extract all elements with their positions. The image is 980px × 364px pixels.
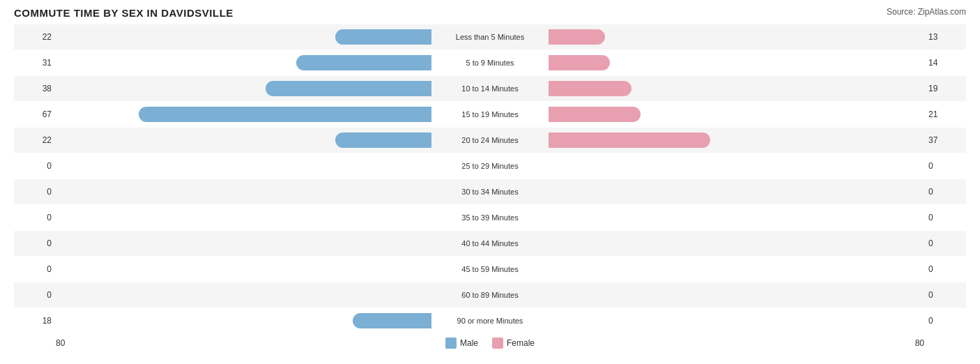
table-row: 3810 to 14 Minutes19: [14, 76, 966, 101]
female-value: 0: [924, 213, 966, 222]
male-bar-wrap: [56, 28, 434, 46]
table-row: 045 to 59 Minutes0: [14, 257, 966, 282]
legend-female: Female: [492, 338, 535, 349]
table-row: 030 to 34 Minutes0: [14, 179, 966, 204]
bar-label: 10 to 14 Minutes: [434, 84, 546, 93]
female-bar-wrap: [546, 312, 924, 330]
male-legend-box: [445, 338, 457, 349]
female-value: 0: [924, 264, 966, 274]
male-value: 0: [14, 264, 56, 274]
bar-label: 30 to 34 Minutes: [434, 188, 546, 196]
female-label: Female: [507, 338, 535, 348]
male-bar-wrap: [56, 79, 434, 98]
male-bar-wrap: [56, 260, 434, 278]
female-bar-wrap: [546, 183, 924, 201]
female-value: 19: [924, 84, 966, 93]
male-bar-wrap: [56, 234, 434, 252]
table-row: 2220 to 24 Minutes37: [14, 128, 966, 153]
male-bar: [296, 55, 431, 70]
female-bar-wrap: [546, 208, 924, 227]
legend-male: Male: [445, 338, 478, 349]
axis-label-left: 80: [56, 338, 65, 348]
male-value: 0: [14, 187, 56, 197]
female-bar: [549, 287, 550, 303]
female-value: 0: [924, 316, 966, 326]
male-bar: [430, 210, 431, 225]
male-bar: [335, 29, 431, 45]
male-value: 31: [14, 58, 56, 68]
female-bar: [549, 158, 550, 174]
male-bar: [335, 132, 431, 148]
chart-area: 22Less than 5 Minutes13315 to 9 Minutes1…: [14, 24, 966, 349]
male-bar: [266, 81, 431, 96]
female-bar-wrap: [546, 131, 924, 149]
bar-label: Less than 5 Minutes: [434, 33, 546, 41]
female-bar: [549, 107, 641, 122]
female-bar: [549, 210, 550, 225]
bar-label: 25 to 29 Minutes: [434, 162, 546, 170]
female-bar-wrap: [546, 260, 924, 278]
table-row: 025 to 29 Minutes0: [14, 153, 966, 179]
bar-label: 20 to 24 Minutes: [434, 136, 546, 144]
male-bar: [430, 287, 431, 303]
female-bar: [549, 81, 631, 96]
source-text: Source: ZipAtlas.com: [887, 7, 966, 17]
female-bar-wrap: [546, 234, 924, 252]
male-label: Male: [460, 338, 478, 348]
male-value: 18: [14, 316, 56, 326]
male-bar: [430, 158, 431, 174]
bar-label: 5 to 9 Minutes: [434, 59, 546, 67]
male-bar: [430, 184, 431, 199]
female-bar: [549, 236, 550, 251]
male-bar-wrap: [56, 183, 434, 201]
female-value: 0: [924, 238, 966, 248]
bar-label: 45 to 59 Minutes: [434, 265, 546, 273]
female-legend-box: [492, 338, 503, 349]
axis-label-right: 80: [915, 338, 924, 348]
female-value: 37: [924, 135, 966, 145]
table-row: 060 to 89 Minutes0: [14, 282, 966, 308]
female-value: 0: [924, 187, 966, 197]
male-bar: [353, 313, 431, 328]
female-bar: [549, 261, 550, 277]
female-value: 0: [924, 161, 966, 171]
bar-label: 90 or more Minutes: [434, 317, 546, 325]
female-bar-wrap: [546, 105, 924, 123]
female-value: 14: [924, 58, 966, 68]
male-value: 22: [14, 32, 56, 42]
male-bar-wrap: [56, 312, 434, 330]
male-value: 0: [14, 238, 56, 248]
female-bar-wrap: [546, 28, 924, 46]
male-bar-wrap: [56, 208, 434, 227]
male-bar-wrap: [56, 131, 434, 149]
female-bar-wrap: [546, 286, 924, 304]
male-value: 67: [14, 109, 56, 119]
male-bar-wrap: [56, 105, 434, 123]
female-value: 0: [924, 290, 966, 300]
bar-label: 35 to 39 Minutes: [434, 213, 546, 222]
table-row: 035 to 39 Minutes0: [14, 205, 966, 230]
table-row: 040 to 44 Minutes0: [14, 231, 966, 256]
male-bar-wrap: [56, 157, 434, 175]
bars-container: 22Less than 5 Minutes13315 to 9 Minutes1…: [14, 24, 966, 333]
male-bar: [139, 107, 431, 122]
male-value: 0: [14, 290, 56, 300]
female-bar: [549, 29, 605, 45]
male-value: 38: [14, 84, 56, 93]
female-bar: [549, 313, 550, 328]
female-bar-wrap: [546, 157, 924, 175]
female-bar: [549, 132, 710, 148]
table-row: 1890 or more Minutes0: [14, 308, 966, 333]
male-bar-wrap: [56, 286, 434, 304]
male-value: 0: [14, 161, 56, 171]
legend-center: Male Female: [445, 338, 535, 349]
female-value: 21: [924, 109, 966, 119]
bar-label: 60 to 89 Minutes: [434, 291, 546, 299]
male-value: 0: [14, 213, 56, 222]
female-value: 13: [924, 32, 966, 42]
male-value: 22: [14, 135, 56, 145]
table-row: 6715 to 19 Minutes21: [14, 102, 966, 127]
bar-label: 40 to 44 Minutes: [434, 239, 546, 248]
female-bar: [549, 184, 550, 199]
table-row: 315 to 9 Minutes14: [14, 50, 966, 75]
